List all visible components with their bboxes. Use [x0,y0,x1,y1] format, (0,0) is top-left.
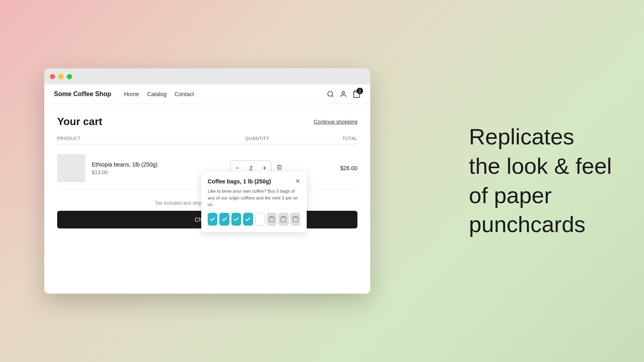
title-bar [44,68,370,84]
popup-description: Like to brew your own coffee? Buy 5 bags… [208,188,300,208]
punch-dot-1 [208,213,217,226]
close-button[interactable] [50,74,55,79]
total-column-header: TOTAL [308,136,357,141]
item-total: $26.00 [308,165,357,171]
product-image [57,154,85,182]
punchcard-popup: Coffee bags, 1 lb (250g) ✕ Like to brew … [201,172,307,232]
nav-link-catalog[interactable]: Catalog [147,91,167,97]
svg-point-0 [328,91,332,96]
account-icon [340,90,347,98]
search-icon [327,90,334,98]
cart-title: Your cart [57,115,102,128]
cart-button[interactable]: 2 [353,90,361,98]
punch-dot-6 [267,213,277,226]
quantity-value: 2 [244,165,258,171]
tagline-line-3: of paper [469,181,612,210]
popup-close-button[interactable]: ✕ [295,178,300,185]
punch-dot-2 [219,213,229,226]
continue-shopping-link[interactable]: Continue shopping [314,119,357,125]
product-column-header: PRODUCT [57,136,207,141]
cart-table-header: PRODUCT QUANTITY TOTAL [57,136,357,144]
tagline-line-4: punchcards [469,210,612,240]
quantity-column-header: QUANTITY [207,136,308,141]
product-price: $13.00 [92,169,157,175]
nav-links: Home Catalog Contact [124,91,327,97]
store-nav: Some Coffee Shop Home Catalog Contact [44,84,370,104]
cart-header: Your cart Continue shopping [57,115,357,128]
svg-point-2 [342,91,345,94]
punch-dot-8 [291,213,300,226]
minimize-button[interactable] [58,74,64,79]
punch-dots-container [208,213,300,226]
product-name: Ethiopia beans, 1lb (250g) [92,161,157,168]
search-button[interactable] [327,90,334,98]
tagline-line-1: Replicates [469,122,612,152]
punch-dot-5 [255,213,265,226]
nav-link-home[interactable]: Home [124,91,139,97]
account-button[interactable] [340,90,347,98]
nav-icons: 2 [327,90,361,98]
browser-window: Some Coffee Shop Home Catalog Contact [44,68,370,294]
browser-content: Some Coffee Shop Home Catalog Contact [44,84,370,294]
store-name: Some Coffee Shop [54,90,111,98]
popup-title: Coffee bags, 1 lb (250g) [208,178,271,185]
nav-link-contact[interactable]: Contact [175,91,194,97]
punch-dot-3 [231,213,241,226]
tagline-text: Replicates the look & feel of paper punc… [469,122,612,239]
svg-line-1 [332,95,333,97]
popup-header: Coffee bags, 1 lb (250g) ✕ [208,178,300,185]
product-details: Ethiopia beans, 1lb (250g) $13.00 [92,161,157,175]
trash-icon [276,164,283,171]
product-info: Ethiopia beans, 1lb (250g) $13.00 [57,154,207,182]
cart-badge: 2 [357,88,363,94]
maximize-button[interactable] [67,74,72,79]
punch-dot-4 [243,213,253,226]
punch-dot-7 [279,213,288,226]
cart-area: Your cart Continue shopping PRODUCT QUAN… [44,104,370,294]
tagline-line-2: the look & feel [469,152,612,181]
